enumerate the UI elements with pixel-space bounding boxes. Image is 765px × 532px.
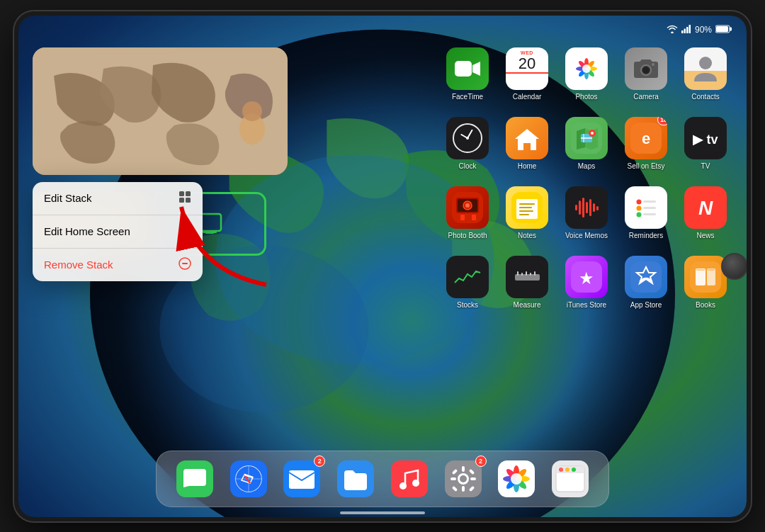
svg-rect-108 <box>391 460 428 497</box>
svg-point-32 <box>699 57 712 69</box>
svg-point-109 <box>400 482 407 489</box>
svg-rect-53 <box>519 210 533 212</box>
svg-point-110 <box>412 480 419 487</box>
svg-text:N: N <box>698 197 713 219</box>
measure-icon-img <box>506 256 548 298</box>
app-appstore[interactable]: App Store <box>619 256 673 319</box>
settings-dock-icon: 2 <box>443 458 484 499</box>
svg-rect-79 <box>534 271 536 276</box>
appstore-svg <box>630 261 662 293</box>
notes-svg <box>511 192 543 223</box>
books-svg <box>690 261 721 293</box>
books-icon-img <box>684 256 727 298</box>
app-maps[interactable]: Maps <box>560 117 613 181</box>
app-reminders[interactable]: Reminders <box>619 186 673 250</box>
svg-point-45 <box>465 203 470 208</box>
status-bar-right: 90% <box>667 25 732 35</box>
svg-point-139 <box>572 468 576 472</box>
app-etsy[interactable]: e 18 Sell on Etsy <box>619 117 673 181</box>
svg-rect-77 <box>526 271 527 276</box>
dock-mail[interactable]: 2 <box>281 458 322 499</box>
svg-rect-6 <box>684 28 686 33</box>
svg-rect-59 <box>586 202 588 213</box>
measure-svg <box>511 261 543 293</box>
svg-rect-46 <box>460 215 465 220</box>
safari2-dock-icon <box>550 458 591 499</box>
edit-home-label: Edit Home Screen <box>44 225 130 237</box>
mail-dock-icon: 2 <box>281 458 322 499</box>
app-news[interactable]: N News <box>679 186 732 250</box>
app-calendar[interactable]: WED 20 Calendar <box>500 47 554 111</box>
app-voicememos[interactable]: Voice Memos <box>560 186 613 250</box>
dock-settings[interactable]: 2 <box>443 458 484 499</box>
app-clock[interactable]: Clock <box>441 117 494 181</box>
svg-rect-67 <box>643 207 656 209</box>
safari-dock-icon <box>228 458 269 499</box>
app-stocks[interactable]: Stocks <box>441 256 494 319</box>
svg-rect-78 <box>530 273 531 276</box>
svg-point-68 <box>637 212 642 217</box>
itunes-svg: ★ <box>571 261 602 293</box>
svg-rect-56 <box>575 205 577 210</box>
dock-messages[interactable] <box>174 458 215 499</box>
world-map-widget <box>33 47 288 175</box>
svg-rect-72 <box>452 261 483 293</box>
widget-stack[interactable] <box>33 47 288 175</box>
books-label: Books <box>696 301 715 310</box>
dock-files[interactable] <box>335 458 376 499</box>
ipad-screen: 90% 9:03 Wednesday, January 20 <box>18 16 747 517</box>
app-home[interactable]: Home <box>500 117 554 181</box>
wifi-icon <box>667 25 678 35</box>
news-svg: N <box>690 192 721 223</box>
svg-point-66 <box>637 205 642 210</box>
svg-point-30 <box>643 67 650 73</box>
app-notes[interactable]: Notes <box>500 186 554 250</box>
svg-point-138 <box>565 468 570 472</box>
tv-label: TV <box>701 162 710 171</box>
dock-safari[interactable] <box>228 458 269 499</box>
app-tv[interactable]: ▶ tv TV <box>679 117 732 181</box>
app-facetime[interactable]: FaceTime <box>441 47 494 111</box>
itunes-icon-img: ★ <box>565 256 608 298</box>
app-photobooth[interactable]: Photo Booth <box>441 186 494 250</box>
app-itunes[interactable]: ★ iTunes Store <box>560 256 613 319</box>
stocks-svg <box>452 261 483 293</box>
photos-svg <box>571 53 602 84</box>
calendar-icon-img: WED 20 <box>506 47 548 90</box>
app-measure[interactable]: Measure <box>500 256 554 319</box>
app-photos[interactable]: Photos <box>560 47 613 111</box>
news-icon-img: N <box>684 186 727 229</box>
app-camera[interactable]: Camera <box>619 47 673 111</box>
svg-text:e: e <box>642 130 650 147</box>
battery-text: 90% <box>695 25 712 35</box>
photos-icon-img <box>565 47 608 90</box>
dock-photos[interactable] <box>496 458 537 499</box>
etsy-badge: 18 <box>657 117 667 125</box>
svg-point-28 <box>582 64 591 73</box>
svg-rect-54 <box>519 214 529 215</box>
edit-stack-label: Edit Stack <box>44 192 92 204</box>
dock-safari2[interactable] <box>550 458 591 499</box>
voicememos-label: Voice Memos <box>565 232 608 240</box>
tv-icon-img: ▶ tv <box>684 117 727 159</box>
svg-text:★: ★ <box>579 268 594 288</box>
measure-label: Measure <box>514 301 541 310</box>
notes-icon-img <box>506 186 548 229</box>
stocks-label: Stocks <box>457 301 478 310</box>
dock-music[interactable] <box>389 458 430 499</box>
svg-rect-65 <box>643 200 656 203</box>
settings-svg <box>445 460 482 497</box>
svg-rect-10 <box>730 27 732 30</box>
home-svg <box>514 125 540 152</box>
etsy-icon-img: e 18 <box>625 117 667 159</box>
home-button[interactable] <box>721 253 748 280</box>
svg-rect-7 <box>686 27 688 33</box>
app-contacts[interactable]: Contacts <box>679 47 732 111</box>
contacts-label: Contacts <box>691 93 719 101</box>
svg-rect-86 <box>696 269 705 271</box>
svg-rect-117 <box>470 477 476 480</box>
safari2-svg <box>552 460 589 497</box>
home-indicator[interactable] <box>340 511 425 514</box>
camera-label: Camera <box>633 93 659 101</box>
svg-rect-114 <box>462 466 465 472</box>
